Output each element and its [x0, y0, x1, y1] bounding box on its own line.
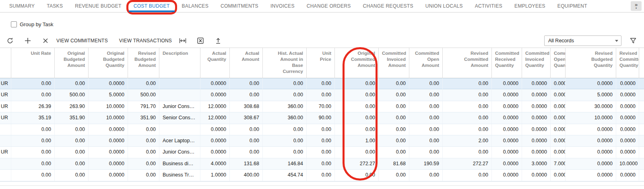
cell-committed-received-quantity[interactable]: 0.0000	[492, 101, 522, 112]
cell-actual-quantity[interactable]: 0.0000	[200, 89, 230, 100]
cell-revised-budgeted-amount[interactable]: 0.00	[128, 78, 159, 89]
export-excel-button[interactable]	[195, 35, 206, 46]
cell-original-committed-amount[interactable]: 0.00	[335, 101, 379, 112]
cell-unit-rate[interactable]: 35.19	[11, 112, 55, 123]
cell-committed-open-amount[interactable]: 0.00	[409, 101, 443, 112]
cell-unit-rate[interactable]: 0.00	[11, 170, 55, 181]
view-transactions-button[interactable]: VIEW TRANSACTIONS	[119, 38, 172, 44]
cell-original-committed-amount[interactable]: 0.00	[335, 89, 379, 100]
cell-revised-budgeted-amount[interactable]: 0.00	[128, 135, 159, 146]
tab-union-locals[interactable]: UNION LOCALS	[419, 0, 469, 12]
cell-actual-amount[interactable]: 0.00	[230, 124, 263, 135]
cell-revised-committed-amount[interactable]: 0.00	[443, 101, 492, 112]
column-header-revised-committed-amount[interactable]: RevisedCommittedAmount	[443, 48, 492, 78]
cell-revised-budgeted-amount[interactable]: 500.00	[128, 89, 159, 100]
cell-hist-actual-amount-in-base-currency[interactable]: 454.74	[263, 170, 307, 181]
cell-original-budgeted-amount[interactable]: 351.90	[55, 112, 89, 123]
column-header-revised-budgeted-amount[interactable]: RevisedBudgetedAmount	[128, 48, 159, 78]
cell-revised-budgeted-amount[interactable]: 0.00	[128, 124, 159, 135]
cell-description[interactable]	[159, 124, 200, 135]
cell-committed-open-amount[interactable]: 0.00	[409, 170, 443, 181]
cell-description[interactable]: Acer Laptop…	[159, 135, 200, 146]
cell-revised-budgeted-quantity[interactable]: 0.0000	[566, 147, 616, 158]
cell-committed-received-quantity[interactable]: 0.0000	[492, 170, 522, 181]
cell-unit-price[interactable]: 0.00	[307, 170, 335, 181]
cell-committed-invoiced-quantity[interactable]: 0.0000	[522, 135, 551, 146]
cell-actual-amount[interactable]: 131.68	[230, 158, 263, 169]
cell-revised-budgeted-amount[interactable]: 0.00	[128, 158, 159, 169]
cell-actual-quantity[interactable]: 0.0000	[200, 78, 230, 89]
cell-committed-open-amount[interactable]: 0.00	[409, 124, 443, 135]
cell-original-committed-amount[interactable]: 0.00	[335, 170, 379, 181]
tab-balances[interactable]: BALANCES	[176, 0, 215, 12]
table-row[interactable]: 0.000.000.00000.00Business Tr…1.0000400.…	[0, 170, 644, 181]
cell-unit-rate[interactable]: 0.00	[11, 78, 55, 89]
cell-committed-invoiced-amount[interactable]: 0.00	[379, 112, 409, 123]
cell-original-budgeted-amount[interactable]: 0.00	[55, 158, 89, 169]
cell-original-budgeted-amount[interactable]: 0.00	[55, 78, 89, 89]
cell-unit-rate[interactable]: 0.00	[11, 89, 55, 100]
column-header-committed-open-quantity[interactable]: CommittedOpenQuantity	[551, 48, 566, 78]
cell-description[interactable]: Junior Cons…	[159, 101, 200, 112]
cell-revised-committed-quantity[interactable]: 0.0000	[616, 78, 639, 89]
cell-uom[interactable]	[0, 124, 11, 135]
cell-revised-committed-quantity[interactable]: 0.0000	[616, 170, 639, 181]
cell-hist-actual-amount-in-base-currency[interactable]: 0.00	[263, 124, 307, 135]
cell-committed-open-quantity[interactable]: 0.0000	[551, 112, 566, 123]
cell-original-committed-amount[interactable]: 272.27	[335, 158, 379, 169]
cell-revised-committed-amount[interactable]: 0.00	[443, 147, 492, 158]
cell-unit-price[interactable]: 90.00	[307, 112, 335, 123]
tab-cost-budget[interactable]: COST BUDGET	[128, 0, 176, 12]
column-header-committed-invoiced-amount[interactable]: CommittedInvoicedAmount	[379, 48, 409, 78]
cell-committed-open-quantity[interactable]: 7.0000	[551, 158, 566, 169]
cell-revised-budgeted-amount[interactable]: 0.00	[128, 170, 159, 181]
cell-revised-budgeted-amount[interactable]: 351.90	[128, 112, 159, 123]
cell-hist-actual-amount-in-base-currency[interactable]: 360.00	[263, 112, 307, 123]
cell-description[interactable]: Business Tr…	[159, 170, 200, 181]
cell-committed-open-amount[interactable]: 0.00	[409, 147, 443, 158]
cell-committed-received-quantity[interactable]: 0.0000	[492, 89, 522, 100]
tab-change-requests[interactable]: CHANGE REQUESTS	[357, 0, 419, 12]
cell-hist-actual-amount-in-base-currency[interactable]: 360.00	[263, 101, 307, 112]
cell-original-budgeted-quantity[interactable]: 10.0000	[89, 101, 128, 112]
delete-row-button[interactable]	[40, 35, 51, 46]
column-header-revised-budgeted-quantity[interactable]: RevisedBudgetedQuantity	[566, 48, 616, 78]
cell-committed-open-quantity[interactable]: 0.0000	[551, 135, 566, 146]
cell-actual-amount[interactable]: 0.00	[230, 89, 263, 100]
cell-uom[interactable]: UR	[0, 89, 11, 100]
cell-committed-invoiced-amount[interactable]: 81.68	[379, 158, 409, 169]
cell-original-budgeted-quantity[interactable]: 0.0000	[89, 78, 128, 89]
cell-original-committed-amount[interactable]: 0.00	[335, 124, 379, 135]
cell-committed-invoiced-quantity[interactable]: 0.0000	[522, 112, 551, 123]
cell-description[interactable]	[159, 78, 200, 89]
column-header-unit-price[interactable]: UnitPrice	[307, 48, 335, 78]
cell-original-budgeted-quantity[interactable]: 0.0000	[89, 147, 128, 158]
cell-actual-amount[interactable]: 400.00	[230, 170, 263, 181]
table-row[interactable]: 0.000.000.00000.00Business di…4.0000131.…	[0, 158, 644, 170]
cell-unit-rate[interactable]: 0.00	[11, 135, 55, 146]
cell-committed-open-amount[interactable]: 0.00	[409, 135, 443, 146]
cell-original-budgeted-quantity[interactable]: 0.0000	[89, 124, 128, 135]
cell-committed-open-amount[interactable]: 0.00	[409, 112, 443, 123]
column-header-description[interactable]: Description	[159, 48, 200, 78]
cell-original-committed-amount[interactable]: 0.00	[335, 78, 379, 89]
tab-change-orders[interactable]: CHANGE ORDERS	[301, 0, 357, 12]
tab-overflow-button[interactable]: » ▾	[631, 1, 642, 11]
cell-revised-budgeted-quantity[interactable]: 5.0000	[566, 89, 616, 100]
table-row[interactable]: 0.000.000.00000.00Acer Laptop…0.00000.00…	[0, 135, 644, 147]
cell-revised-budgeted-quantity[interactable]: 0.0000	[566, 124, 616, 135]
cell-hist-actual-amount-in-base-currency[interactable]: 0.00	[263, 135, 307, 146]
cell-committed-invoiced-quantity[interactable]: 0.0000	[522, 147, 551, 158]
cell-unit-price[interactable]: 0.00	[307, 135, 335, 146]
column-header-revised-committed-quantity[interactable]: RevisedCommittedQuantity	[616, 48, 639, 78]
cell-revised-budgeted-quantity[interactable]: 0.0000	[566, 158, 616, 169]
cell-committed-invoiced-amount[interactable]: 0.00	[379, 135, 409, 146]
cell-committed-invoiced-amount[interactable]: 0.00	[379, 89, 409, 100]
cell-revised-committed-quantity[interactable]: 0.0000	[616, 147, 639, 158]
cell-actual-quantity[interactable]: 12.0000	[200, 101, 230, 112]
column-header-committed-invoiced-quantity[interactable]: CommittedInvoicedQuantity	[522, 48, 551, 78]
cell-committed-invoiced-quantity[interactable]: 0.0000	[522, 78, 551, 89]
cell-unit-price[interactable]: 0.00	[307, 89, 335, 100]
cell-revised-budgeted-amount[interactable]: 0.00	[128, 147, 159, 158]
cell-description[interactable]: Senior Cons…	[159, 112, 200, 123]
